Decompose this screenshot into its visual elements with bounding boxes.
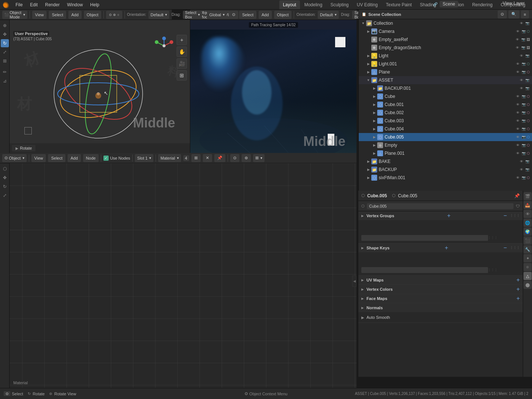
select-button[interactable]: Select bbox=[49, 11, 66, 19]
plane001-eye[interactable]: 👁 bbox=[515, 151, 520, 156]
backup001-eye[interactable]: 👁 bbox=[519, 86, 524, 91]
uv-display-dropdown[interactable]: ⊞ bbox=[253, 154, 265, 162]
vertex-colors-header[interactable]: ▶ Vertex Colors + bbox=[358, 285, 523, 294]
add-button[interactable]: Add bbox=[68, 11, 82, 19]
cube003-cam[interactable]: 📷 bbox=[521, 118, 526, 123]
drag-dropdown[interactable]: Select Box bbox=[183, 11, 202, 19]
tab-modeling[interactable]: Modeling bbox=[301, 0, 326, 9]
uv-extra1[interactable]: ⊙ bbox=[230, 154, 239, 162]
transform-tool-btn[interactable]: ⊞ bbox=[1, 57, 9, 65]
vertex-groups-more[interactable]: ⋮⋮⋮ bbox=[510, 214, 520, 218]
uv-maps-header[interactable]: ▶ UV Maps + bbox=[358, 276, 523, 284]
uv-move-tool[interactable]: ✥ bbox=[1, 174, 9, 182]
tab-uv-editing[interactable]: UV Editing bbox=[353, 0, 382, 9]
cube002-cam[interactable]: 📷 bbox=[521, 110, 526, 115]
bake-cam[interactable]: 📷 bbox=[525, 159, 530, 164]
outliner-item-empty-axeref[interactable]: ⊕ Empty_axeRef 👁 📷 🖼 bbox=[359, 35, 532, 44]
global-dropdown[interactable]: Global bbox=[207, 11, 227, 19]
uv-select-tool[interactable]: ⬡ bbox=[1, 165, 9, 173]
outliner-item-camera[interactable]: ▶ 📷 Camera 👁 📷 ⬡ bbox=[359, 27, 532, 35]
light-eye[interactable]: 👁 bbox=[519, 53, 524, 58]
normals-header[interactable]: ▶ Normals bbox=[358, 303, 523, 312]
orientation-dropdown[interactable]: Default bbox=[149, 11, 170, 19]
prop-tab-material[interactable]: ⬤ bbox=[524, 281, 532, 289]
empty-eye[interactable]: 👁 bbox=[515, 143, 520, 148]
vertex-groups-add-btn[interactable]: + bbox=[447, 212, 450, 219]
asset-eye[interactable]: 👁 bbox=[519, 78, 524, 83]
prop-mesh-name-field[interactable] bbox=[367, 203, 514, 209]
tab-layout[interactable]: Layout bbox=[279, 0, 300, 9]
cube-eye[interactable]: 👁 bbox=[515, 94, 520, 99]
plane-eye[interactable]: 👁 bbox=[515, 69, 520, 75]
prop-tab-modifier[interactable]: 🔧 bbox=[524, 245, 532, 253]
object-btn-right[interactable]: Object bbox=[274, 11, 292, 19]
tab-texture-paint[interactable]: Texture Paint bbox=[382, 0, 415, 9]
uv-maps-add-btn[interactable]: + bbox=[516, 277, 520, 283]
material-pin-btn[interactable]: 📌 bbox=[214, 154, 225, 162]
uv-add-btn[interactable]: Add bbox=[68, 154, 81, 162]
uv-object-dropdown[interactable]: ⊙ Object bbox=[2, 154, 27, 162]
uv-extra2[interactable]: ⊚ bbox=[242, 154, 251, 162]
outliner-item-backup[interactable]: ▶ 📁 BACKUP 👁 📷 bbox=[359, 166, 532, 174]
empty-dragon-eye[interactable]: 👁 bbox=[515, 45, 520, 50]
cube005-cam[interactable]: 📷 bbox=[521, 134, 526, 140]
outliner-item-plane[interactable]: ▶ △ Plane 👁 📷 ⬡ bbox=[359, 68, 532, 76]
empty-cam[interactable]: 📷 bbox=[521, 143, 526, 148]
vertex-groups-expand-btn[interactable]: ⋮⋮⋮ bbox=[490, 235, 495, 241]
outliner-item-cube[interactable]: ▶ ⬡ Cube 👁 📷 ⬡ bbox=[359, 92, 532, 100]
prop-tab-scene[interactable]: 🌐 bbox=[524, 219, 532, 227]
empty-axeref-eye[interactable]: 👁 bbox=[515, 37, 520, 42]
vertex-groups-header[interactable]: ▶ Vertex Groups + − ⋮⋮⋮ bbox=[358, 211, 523, 220]
tab-sculpting[interactable]: Sculpting bbox=[327, 0, 352, 9]
outliner-item-plane001[interactable]: ▶ △ Plane.001 👁 📷 ⬡ bbox=[359, 149, 532, 157]
outliner-item-empty-dragonsketch[interactable]: ⊕ Empty_dragonSketch 👁 📷 🖼 bbox=[359, 44, 532, 52]
scale-tool-btn[interactable]: ⤢ bbox=[1, 48, 9, 56]
face-maps-add-btn[interactable]: + bbox=[516, 295, 520, 302]
expand-asset[interactable]: ▼ bbox=[366, 78, 371, 82]
menu-edit[interactable]: Edit bbox=[28, 1, 39, 8]
mode-icons[interactable]: ⊙ ⊚ ○ bbox=[106, 11, 122, 19]
prop-tab-object[interactable]: ⬛ bbox=[524, 236, 532, 245]
backup-eye[interactable]: 👁 bbox=[519, 167, 524, 172]
orientation-dropdown-right[interactable]: Default bbox=[318, 11, 339, 19]
empty-axeref-cam[interactable]: 📷 bbox=[521, 37, 526, 42]
move-tool-btn[interactable]: ✥ bbox=[1, 30, 9, 38]
prop-tab-render[interactable]: 🎬 bbox=[524, 192, 532, 200]
viewport-3d[interactable]: 材 材 料 User Perspective (73) ASSET | Cube… bbox=[10, 20, 190, 153]
outliner-sort-btn[interactable]: ≡ bbox=[521, 10, 529, 18]
outliner-item-backup001[interactable]: ▶ 📁 BACKUP.001 👁 📷 bbox=[359, 84, 532, 92]
vertex-groups-drag-handle[interactable] bbox=[361, 235, 488, 241]
annotate-tool-btn[interactable]: ✏ bbox=[1, 68, 9, 76]
prop-pin-btn[interactable]: 📌 bbox=[514, 193, 520, 198]
uv-collapse-handle[interactable]: ◀ bbox=[352, 276, 357, 287]
plane-cam[interactable]: 📷 bbox=[521, 69, 526, 75]
cube002-eye[interactable]: 👁 bbox=[515, 110, 520, 115]
outliner-item-cube003[interactable]: ▶ ⬡ Cube.003 👁 📷 ⬡ bbox=[359, 117, 532, 125]
uv-select-btn[interactable]: Select bbox=[48, 154, 65, 162]
menu-help[interactable]: Help bbox=[89, 1, 101, 8]
cube003-eye[interactable]: 👁 bbox=[515, 118, 520, 123]
outliner-item-scene-collection[interactable]: ▼ 📁 Collection 👁 📷 bbox=[359, 19, 532, 27]
select-btn-right[interactable]: Select bbox=[239, 11, 256, 19]
backup-cam[interactable]: 📷 bbox=[525, 167, 530, 172]
shape-keys-expand-btn[interactable]: ⋮⋮⋮ bbox=[490, 267, 495, 273]
material-copy-btn[interactable]: ⊞ bbox=[191, 154, 201, 162]
material-close-btn[interactable]: ✕ bbox=[203, 154, 212, 162]
cube001-eye[interactable]: 👁 bbox=[515, 102, 520, 107]
rotate-tool-btn[interactable]: ↻ bbox=[1, 39, 9, 47]
uv-node-btn[interactable]: Node bbox=[83, 154, 99, 162]
outliner-item-asset[interactable]: ▼ 📁 ASSET 👁 📷 bbox=[359, 76, 532, 84]
camera-eye-icon[interactable]: 👁 bbox=[515, 29, 520, 34]
shape-keys-remove-btn[interactable]: − bbox=[504, 245, 507, 251]
outliner-item-light001[interactable]: ▶ 💡 Light.001 👁 📷 ⬡ bbox=[359, 60, 532, 68]
viewport-rendered[interactable]: Path Tracing Sample 14/32 Middle bbox=[190, 20, 357, 153]
outliner-item-empty[interactable]: ▶ ⊕ Empty 👁 📷 ⬡ bbox=[359, 141, 532, 149]
blender-logo-icon[interactable] bbox=[3, 1, 10, 8]
face-maps-header[interactable]: ▶ Face Maps + bbox=[358, 294, 523, 303]
prop-tab-physics[interactable]: ⚛ bbox=[524, 263, 532, 271]
backup001-cam[interactable]: 📷 bbox=[525, 86, 530, 91]
pan-btn[interactable]: ✋ bbox=[177, 47, 187, 57]
light001-eye[interactable]: 👁 bbox=[515, 61, 520, 66]
tab-rendering[interactable]: Rendering bbox=[468, 0, 496, 9]
use-nodes-toggle[interactable]: ✓ Use Nodes bbox=[103, 156, 130, 161]
